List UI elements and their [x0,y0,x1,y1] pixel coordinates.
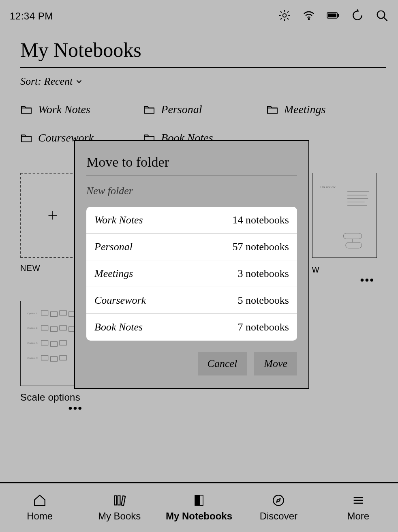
cancel-button[interactable]: Cancel [198,352,247,375]
dialog-divider [86,176,297,176]
dialog-folder-list: Work Notes 14 notebooks Personal 57 note… [86,207,297,341]
bottom-nav: Home My Books My Notebooks Discover More [0,482,398,532]
dialog-folder-row[interactable]: Work Notes 14 notebooks [86,207,297,234]
new-folder-link[interactable]: New folder [86,185,133,197]
nav-my-notebooks[interactable]: My Notebooks [159,483,239,532]
dialog-button-row: Cancel Move [86,352,297,375]
svg-rect-48 [199,495,203,506]
nav-label: More [347,511,369,522]
svg-rect-45 [114,496,117,505]
home-icon [33,493,47,507]
dialog-folder-row[interactable]: Book Notes 7 notebooks [86,314,297,341]
nav-label: Home [27,511,53,522]
svg-marker-50 [277,499,280,502]
dialog-folder-name: Work Notes [94,214,143,226]
nav-discover[interactable]: Discover [239,483,318,532]
compass-icon [272,493,285,507]
dialog-folder-count: 5 notebooks [238,294,289,307]
svg-point-49 [274,495,284,506]
nav-label: Discover [260,511,297,522]
nav-home[interactable]: Home [0,483,79,532]
dialog-folder-count: 3 notebooks [238,268,289,280]
books-icon [113,493,126,507]
dialog-folder-row[interactable]: Meetings 3 notebooks [86,260,297,287]
nav-my-books[interactable]: My Books [79,483,159,532]
nav-label: My Books [98,511,141,522]
dialog-folder-row[interactable]: Personal 57 notebooks [86,234,297,260]
move-button[interactable]: Move [254,352,297,375]
dialog-folder-name: Book Notes [94,321,143,333]
move-to-folder-dialog: Move to folder New folder Work Notes 14 … [74,140,309,389]
nav-more[interactable]: More [319,483,398,532]
menu-icon [351,493,365,507]
dialog-folder-count: 14 notebooks [233,214,289,226]
dialog-folder-row[interactable]: Coursework 5 notebooks [86,287,297,314]
dialog-folder-name: Coursework [94,294,146,307]
notebook-icon [192,493,206,507]
dialog-folder-count: 7 notebooks [238,321,289,333]
dialog-folder-name: Meetings [94,268,133,280]
dialog-folder-name: Personal [94,241,133,253]
dialog-folder-count: 57 notebooks [233,241,289,253]
svg-rect-46 [118,496,120,505]
dialog-title: Move to folder [86,154,297,170]
svg-rect-47 [195,495,199,506]
nav-label: My Notebooks [166,511,232,522]
